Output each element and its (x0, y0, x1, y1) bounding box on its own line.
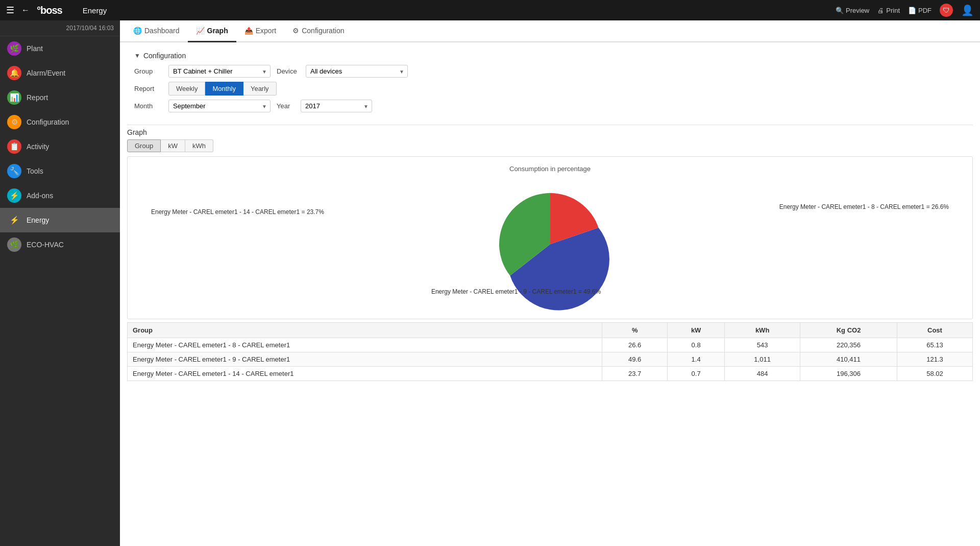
top-navigation: ☰ ← °boss Energy 🔍 Preview 🖨 Print 📄 PDF… (0, 0, 980, 20)
tab-configuration[interactable]: ⚙ Configuration (284, 20, 352, 42)
tab-dashboard[interactable]: 🌐 Dashboard (125, 20, 188, 42)
month-year-row: Month September Year 2017 (134, 100, 966, 112)
table-row: Energy Meter - CAREL emeter1 - 9 - CAREL… (128, 352, 973, 367)
group-select[interactable]: BT Cabinet + Chiller (168, 65, 271, 78)
sidebar-item-label: Energy (27, 216, 49, 224)
sidebar-item-alarm[interactable]: 🔔 Alarm/Event (0, 61, 120, 85)
row2-kw: 1.4 (668, 352, 725, 367)
sidebar-item-activity[interactable]: 📋 Activity (0, 134, 120, 159)
group-label: Group (134, 67, 162, 75)
row1-group: Energy Meter - CAREL emeter1 - 8 - CAREL… (128, 338, 602, 352)
sidebar-item-label: Tools (27, 167, 43, 175)
col-header-group: Group (128, 323, 602, 338)
pie-chart (494, 188, 606, 300)
page-title: Energy (83, 6, 836, 15)
weekly-button[interactable]: Weekly (168, 82, 205, 96)
col-header-kwh: kWh (725, 323, 800, 338)
sidebar-item-label: Configuration (27, 118, 69, 126)
energy-icon: ⚡ (7, 213, 21, 227)
plant-icon: 🌿 (7, 41, 21, 56)
collapse-arrow-icon[interactable]: ▼ (134, 52, 140, 59)
graph-type-buttons: Group kW kWh (127, 139, 973, 152)
graph-title: Graph (127, 128, 973, 136)
device-select-wrapper: All devices (306, 65, 408, 78)
eco-icon: 🌿 (7, 238, 21, 252)
month-select-wrapper: September (168, 100, 271, 112)
preview-button[interactable]: 🔍 Preview (836, 7, 869, 14)
device-label: Device (277, 67, 300, 75)
tools-icon: 🔧 (7, 164, 21, 178)
sidebar-item-configuration[interactable]: ⚙ Configuration (0, 110, 120, 134)
row1-kw: 0.8 (668, 338, 725, 352)
month-select[interactable]: September (168, 100, 271, 112)
chart-title: Consumption in percentage (136, 165, 964, 173)
config-header: ▼ Configuration (134, 52, 966, 60)
config-panel: ▼ Configuration Group BT Cabinet + Chill… (127, 46, 973, 122)
tab-export[interactable]: 📤 Export (236, 20, 284, 42)
sidebar-item-tools[interactable]: 🔧 Tools (0, 159, 120, 183)
sidebar-item-eco-hvac[interactable]: 🌿 ECO-HVAC (0, 232, 120, 257)
shield-icon[interactable]: 🛡 (940, 4, 953, 17)
back-arrow-icon[interactable]: ← (21, 6, 30, 15)
graph-tab-icon: 📈 (196, 27, 205, 35)
data-table: Group % kW kWh Kg CO2 Cost Energy Meter … (127, 322, 973, 381)
addons-icon: ⚡ (7, 188, 21, 203)
sidebar-item-label: ECO-HVAC (27, 241, 64, 249)
monthly-button[interactable]: Monthly (205, 82, 243, 96)
row2-kwh: 1,011 (725, 352, 800, 367)
sidebar-item-label: Alarm/Event (27, 69, 65, 77)
year-label: Year (277, 102, 295, 110)
report-label: Report (134, 85, 162, 92)
pie-label-blue: Energy Meter - CAREL emeter1 - 9 - CAREL… (431, 288, 601, 295)
pie-label-green: Energy Meter - CAREL emeter1 - 14 - CARE… (151, 208, 324, 216)
section-divider (127, 125, 973, 125)
sidebar-item-label: Activity (27, 143, 49, 151)
yearly-button[interactable]: Yearly (243, 82, 277, 96)
pdf-button[interactable]: 📄 PDF (908, 7, 932, 14)
report-row: Report Weekly Monthly Yearly (134, 82, 966, 96)
row1-cost: 65.13 (897, 338, 972, 352)
main-layout: 2017/10/04 16:03 🌿 Plant 🔔 Alarm/Event 📊… (0, 20, 980, 546)
sidebar-item-addons[interactable]: ⚡ Add-ons (0, 183, 120, 208)
config-title: Configuration (143, 52, 186, 60)
device-select[interactable]: All devices (306, 65, 408, 78)
year-select[interactable]: 2017 (301, 100, 372, 112)
report-icon: 📊 (7, 90, 21, 105)
config-icon: ⚙ (7, 115, 21, 129)
main-content: 🌐 Dashboard 📈 Graph 📤 Export ⚙ Configura… (120, 20, 980, 546)
row2-pct: 49.6 (602, 352, 668, 367)
group-graph-button[interactable]: Group (127, 139, 161, 152)
sidebar-item-label: Report (27, 93, 48, 102)
logo: °boss (37, 5, 62, 16)
pdf-icon: 📄 (908, 7, 916, 14)
user-icon[interactable]: 👤 (961, 4, 974, 16)
tab-graph[interactable]: 📈 Graph (188, 20, 236, 42)
dashboard-tab-icon: 🌐 (133, 27, 142, 35)
row3-kwh: 484 (725, 367, 800, 381)
col-header-kw: kW (668, 323, 725, 338)
row3-cost: 58.02 (897, 367, 972, 381)
sidebar-item-report[interactable]: 📊 Report (0, 85, 120, 110)
print-button[interactable]: 🖨 Print (877, 7, 900, 14)
activity-icon: 📋 (7, 139, 21, 154)
row1-kwh: 543 (725, 338, 800, 352)
graph-section: ▼ Configuration Group BT Cabinet + Chill… (120, 42, 980, 546)
row3-kw: 0.7 (668, 367, 725, 381)
kw-graph-button[interactable]: kW (161, 139, 185, 152)
table-row: Energy Meter - CAREL emeter1 - 14 - CARE… (128, 367, 973, 381)
col-header-pct: % (602, 323, 668, 338)
hamburger-icon[interactable]: ☰ (6, 5, 14, 16)
tab-bar: 🌐 Dashboard 📈 Graph 📤 Export ⚙ Configura… (120, 20, 980, 42)
row1-pct: 26.6 (602, 338, 668, 352)
sidebar-item-energy[interactable]: ⚡ Energy (0, 208, 120, 232)
alarm-icon: 🔔 (7, 66, 21, 80)
kwh-graph-button[interactable]: kWh (185, 139, 213, 152)
sidebar-item-label: Add-ons (27, 192, 53, 200)
row3-pct: 23.7 (602, 367, 668, 381)
print-icon: 🖨 (877, 7, 884, 14)
datetime-display: 2017/10/04 16:03 (0, 20, 120, 36)
row3-group: Energy Meter - CAREL emeter1 - 14 - CARE… (128, 367, 602, 381)
report-buttons: Weekly Monthly Yearly (168, 82, 277, 96)
sidebar-item-plant[interactable]: 🌿 Plant (0, 36, 120, 61)
preview-icon: 🔍 (836, 7, 844, 14)
